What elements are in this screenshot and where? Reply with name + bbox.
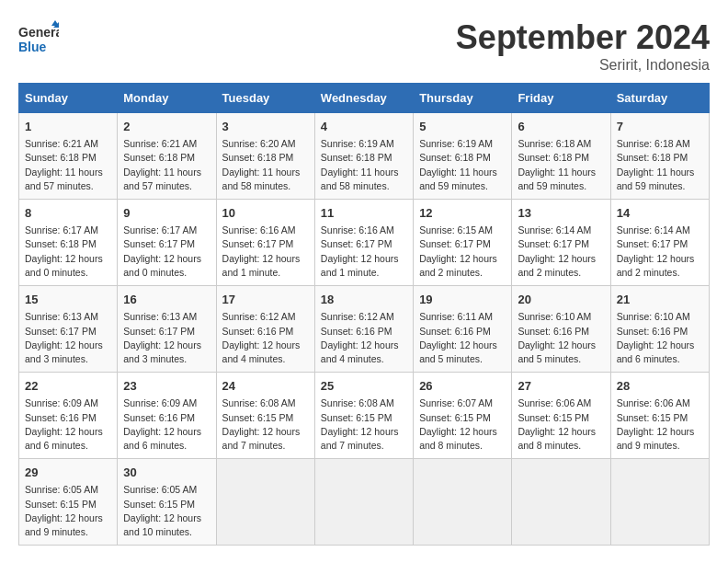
day-info: Sunrise: 6:09 AM Sunset: 6:16 PM Dayligh… <box>123 396 210 453</box>
calendar-cell: 9Sunrise: 6:17 AM Sunset: 6:17 PM Daylig… <box>118 200 216 286</box>
day-number: 15 <box>25 292 111 308</box>
svg-text:General: General <box>18 25 59 40</box>
calendar-cell: 27Sunrise: 6:06 AM Sunset: 6:15 PM Dayli… <box>512 373 610 459</box>
day-info: Sunrise: 6:06 AM Sunset: 6:15 PM Dayligh… <box>518 396 604 453</box>
day-number: 19 <box>419 292 506 308</box>
day-number: 21 <box>617 292 703 308</box>
day-number: 25 <box>321 378 407 395</box>
day-info: Sunrise: 6:08 AM Sunset: 6:15 PM Dayligh… <box>321 396 407 453</box>
location: Seririt, Indonesia <box>456 57 710 74</box>
day-number: 13 <box>518 205 604 222</box>
calendar-cell: 29Sunrise: 6:05 AM Sunset: 6:15 PM Dayli… <box>19 459 118 546</box>
day-number: 20 <box>518 292 604 308</box>
calendar-cell: 19Sunrise: 6:11 AM Sunset: 6:16 PM Dayli… <box>414 286 512 373</box>
calendar-cell: 13Sunrise: 6:14 AM Sunset: 6:17 PM Dayli… <box>512 200 610 286</box>
day-number: 18 <box>321 292 407 308</box>
day-number: 6 <box>518 119 604 135</box>
day-number: 16 <box>123 292 210 308</box>
day-number: 30 <box>123 465 210 481</box>
calendar-cell: 15Sunrise: 6:13 AM Sunset: 6:17 PM Dayli… <box>19 286 118 373</box>
day-number: 23 <box>123 378 210 395</box>
calendar-cell: 7Sunrise: 6:18 AM Sunset: 6:18 PM Daylig… <box>610 113 709 200</box>
day-info: Sunrise: 6:05 AM Sunset: 6:15 PM Dayligh… <box>123 483 210 539</box>
calendar-cell: 10Sunrise: 6:16 AM Sunset: 6:17 PM Dayli… <box>216 200 314 286</box>
calendar-week-row: 22Sunrise: 6:09 AM Sunset: 6:16 PM Dayli… <box>19 373 710 459</box>
calendar-cell: 5Sunrise: 6:19 AM Sunset: 6:18 PM Daylig… <box>414 113 512 200</box>
calendar-cell: 12Sunrise: 6:15 AM Sunset: 6:17 PM Dayli… <box>414 200 512 286</box>
day-info: Sunrise: 6:08 AM Sunset: 6:15 PM Dayligh… <box>222 396 309 453</box>
calendar-cell: 2Sunrise: 6:21 AM Sunset: 6:18 PM Daylig… <box>118 113 216 200</box>
day-info: Sunrise: 6:10 AM Sunset: 6:16 PM Dayligh… <box>518 310 604 366</box>
day-number: 11 <box>321 205 407 222</box>
day-info: Sunrise: 6:14 AM Sunset: 6:17 PM Dayligh… <box>617 224 703 280</box>
day-info: Sunrise: 6:07 AM Sunset: 6:15 PM Dayligh… <box>419 396 506 453</box>
day-number: 9 <box>123 205 210 222</box>
header-cell-saturday: Saturday <box>610 84 709 113</box>
day-number: 1 <box>25 119 111 135</box>
calendar-cell: 23Sunrise: 6:09 AM Sunset: 6:16 PM Dayli… <box>118 373 216 459</box>
calendar-cell <box>610 459 709 546</box>
calendar-cell: 18Sunrise: 6:12 AM Sunset: 6:16 PM Dayli… <box>314 286 413 373</box>
day-info: Sunrise: 6:16 AM Sunset: 6:17 PM Dayligh… <box>321 224 407 280</box>
calendar-cell: 20Sunrise: 6:10 AM Sunset: 6:16 PM Dayli… <box>512 286 610 373</box>
day-number: 22 <box>25 378 111 395</box>
header-cell-friday: Friday <box>512 84 610 113</box>
day-info: Sunrise: 6:19 AM Sunset: 6:18 PM Dayligh… <box>321 137 407 193</box>
header-cell-tuesday: Tuesday <box>216 84 314 113</box>
day-info: Sunrise: 6:13 AM Sunset: 6:17 PM Dayligh… <box>25 310 111 366</box>
day-number: 5 <box>419 119 506 135</box>
header-cell-monday: Monday <box>118 84 216 113</box>
calendar-cell: 21Sunrise: 6:10 AM Sunset: 6:16 PM Dayli… <box>610 286 709 373</box>
calendar-cell: 4Sunrise: 6:19 AM Sunset: 6:18 PM Daylig… <box>314 113 413 200</box>
calendar-cell <box>216 459 314 546</box>
day-info: Sunrise: 6:19 AM Sunset: 6:18 PM Dayligh… <box>419 137 506 193</box>
day-info: Sunrise: 6:16 AM Sunset: 6:17 PM Dayligh… <box>222 224 309 280</box>
day-number: 12 <box>419 205 506 222</box>
calendar-cell: 3Sunrise: 6:20 AM Sunset: 6:18 PM Daylig… <box>216 113 314 200</box>
day-number: 28 <box>617 378 703 395</box>
calendar-cell: 11Sunrise: 6:16 AM Sunset: 6:17 PM Dayli… <box>314 200 413 286</box>
calendar-cell <box>314 459 413 546</box>
day-info: Sunrise: 6:17 AM Sunset: 6:18 PM Dayligh… <box>25 224 111 280</box>
day-number: 2 <box>123 119 210 135</box>
title-block: September 2024 Seririt, Indonesia <box>456 18 710 74</box>
day-info: Sunrise: 6:10 AM Sunset: 6:16 PM Dayligh… <box>617 310 703 366</box>
day-number: 17 <box>222 292 309 308</box>
calendar-week-row: 1Sunrise: 6:21 AM Sunset: 6:18 PM Daylig… <box>19 113 710 200</box>
day-info: Sunrise: 6:13 AM Sunset: 6:17 PM Dayligh… <box>123 310 210 366</box>
day-number: 8 <box>25 205 111 222</box>
day-number: 7 <box>617 119 703 135</box>
calendar-cell: 8Sunrise: 6:17 AM Sunset: 6:18 PM Daylig… <box>19 200 118 286</box>
day-info: Sunrise: 6:12 AM Sunset: 6:16 PM Dayligh… <box>222 310 309 366</box>
day-number: 14 <box>617 205 703 222</box>
day-number: 27 <box>518 378 604 395</box>
calendar-week-row: 29Sunrise: 6:05 AM Sunset: 6:15 PM Dayli… <box>19 459 710 546</box>
day-info: Sunrise: 6:15 AM Sunset: 6:17 PM Dayligh… <box>419 224 506 280</box>
day-info: Sunrise: 6:17 AM Sunset: 6:17 PM Dayligh… <box>123 224 210 280</box>
day-info: Sunrise: 6:21 AM Sunset: 6:18 PM Dayligh… <box>123 137 210 193</box>
day-info: Sunrise: 6:14 AM Sunset: 6:17 PM Dayligh… <box>518 224 604 280</box>
calendar-week-row: 8Sunrise: 6:17 AM Sunset: 6:18 PM Daylig… <box>19 200 710 286</box>
calendar-cell: 26Sunrise: 6:07 AM Sunset: 6:15 PM Dayli… <box>414 373 512 459</box>
calendar-week-row: 15Sunrise: 6:13 AM Sunset: 6:17 PM Dayli… <box>19 286 710 373</box>
day-number: 26 <box>419 378 506 395</box>
header-cell-thursday: Thursday <box>414 84 512 113</box>
svg-text:Blue: Blue <box>18 40 47 54</box>
calendar-cell: 1Sunrise: 6:21 AM Sunset: 6:18 PM Daylig… <box>19 113 118 200</box>
calendar-cell: 17Sunrise: 6:12 AM Sunset: 6:16 PM Dayli… <box>216 286 314 373</box>
calendar-table: SundayMondayTuesdayWednesdayThursdayFrid… <box>18 83 710 546</box>
logo-icon: General Blue <box>18 18 59 59</box>
calendar-cell: 30Sunrise: 6:05 AM Sunset: 6:15 PM Dayli… <box>118 459 216 546</box>
page-header: General Blue September 2024 Seririt, Ind… <box>18 18 710 74</box>
logo: General Blue <box>18 18 59 59</box>
day-info: Sunrise: 6:18 AM Sunset: 6:18 PM Dayligh… <box>617 137 703 193</box>
day-number: 10 <box>222 205 309 222</box>
header-cell-wednesday: Wednesday <box>314 84 413 113</box>
day-number: 29 <box>25 465 111 481</box>
calendar-cell: 28Sunrise: 6:06 AM Sunset: 6:15 PM Dayli… <box>610 373 709 459</box>
calendar-header-row: SundayMondayTuesdayWednesdayThursdayFrid… <box>19 84 710 113</box>
day-info: Sunrise: 6:06 AM Sunset: 6:15 PM Dayligh… <box>617 396 703 453</box>
header-cell-sunday: Sunday <box>19 84 118 113</box>
calendar-cell <box>512 459 610 546</box>
calendar-cell: 22Sunrise: 6:09 AM Sunset: 6:16 PM Dayli… <box>19 373 118 459</box>
